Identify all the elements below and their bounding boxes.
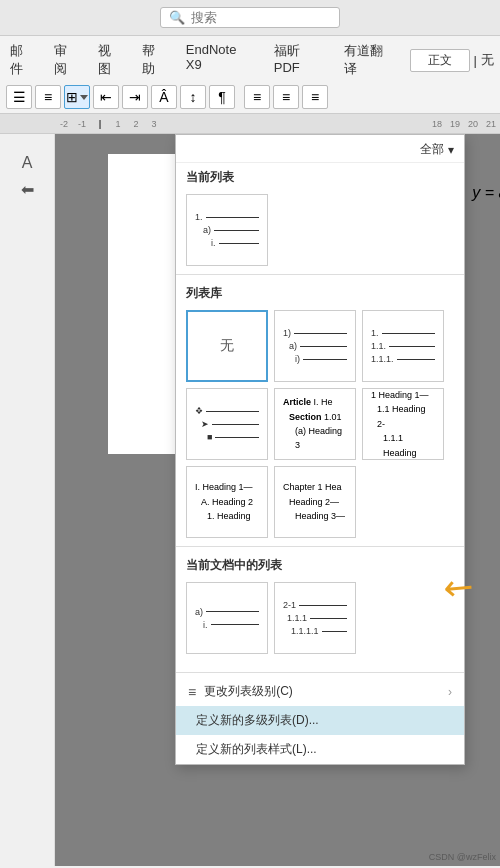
ruler: -2 -1 | 1 2 3 18 19 20 21	[0, 114, 500, 134]
sort-icon: ↕	[190, 89, 197, 105]
library-item-none[interactable]: 无	[186, 310, 268, 382]
current-doc-item-1[interactable]: a) i.	[186, 582, 268, 654]
chapter-line2: Heading 2—	[283, 495, 345, 509]
define-new-list-style-label: 定义新的列表样式(L)...	[196, 741, 317, 758]
ruler-mark: 1	[109, 119, 127, 129]
heading-num-line1: 1 Heading 1—	[371, 388, 435, 402]
list-ordered-icon: ≡	[44, 89, 52, 105]
library-item-numbered2[interactable]: 1. 1.1. 1.1.1.	[362, 310, 444, 382]
ruler-mark: 2	[127, 119, 145, 129]
ribbon-tools-row: ☰ ≡ ⊞ ⇤ ⇥ Â ↕ ¶	[6, 85, 494, 109]
outline1-line1: I. Heading 1—	[195, 480, 253, 494]
article-line2: Section 1.01	[283, 410, 347, 424]
article-line1: Article I. He	[283, 395, 347, 409]
align-right-button[interactable]: ≡	[302, 85, 328, 109]
ruler-mark: 19	[446, 119, 464, 129]
chapter-line3: Heading 3—	[283, 509, 345, 523]
library-item-chapter[interactable]: Chapter 1 Hea Heading 2— Heading 3—	[274, 466, 356, 538]
align-center-button[interactable]: ≡	[273, 85, 299, 109]
list-line-1: 1.	[195, 212, 259, 222]
show-formatting-button[interactable]: ¶	[209, 85, 235, 109]
indent-decrease-button[interactable]: ⇤	[93, 85, 119, 109]
current-list-item[interactable]: 1. a) i.	[186, 194, 268, 266]
section-divider	[176, 274, 464, 275]
main-area: A ⬅ y = a 全部 ▾ 当前列表	[0, 134, 500, 866]
list-library-section-label: 列表库	[176, 279, 464, 306]
tab-foxitpdf[interactable]: 福昕PDF	[270, 40, 330, 80]
watermark: CSDN @wzFelix	[429, 852, 496, 862]
none-label: 无	[220, 337, 234, 355]
ruler-mark: 18	[428, 119, 446, 129]
panel-header: 全部 ▾	[176, 135, 464, 163]
current-doc-item-2[interactable]: 2-1 1.1.1 1.1.1.1	[274, 582, 356, 654]
ribbon-right: 正文 | 无	[410, 40, 494, 80]
ruler-mark: 3	[145, 119, 163, 129]
sidebar-text-icon[interactable]: A	[22, 154, 33, 172]
indent-decrease-icon: ⇤	[100, 89, 112, 105]
chapter-line1: Chapter 1 Hea	[283, 480, 345, 494]
align-left-button[interactable]: ≡	[244, 85, 270, 109]
current-doc-section-label: 当前文档中的列表	[176, 551, 464, 578]
left-sidebar: A ⬅	[0, 134, 55, 866]
define-new-multilevel-menu[interactable]: 定义新的多级列表(D)...	[176, 706, 464, 735]
multilevel-list-icon: ⊞	[66, 89, 78, 105]
library-item-article[interactable]: Article I. He Section 1.01 (a) Heading 3	[274, 388, 356, 460]
library-grid: 无 1) a) i)	[176, 306, 464, 542]
change-list-level-label: 更改列表级别(C)	[204, 683, 293, 700]
tab-youdao[interactable]: 有道翻译	[340, 40, 400, 80]
ribbon-tabs: 邮件 审阅 视图 帮助 EndNote X9 福昕PDF 有道翻译 正文 | 无	[6, 40, 494, 82]
define-new-list-style-menu[interactable]: 定义新的列表样式(L)...	[176, 735, 464, 764]
heading-num-line3: 1.1.1 Heading	[371, 431, 435, 460]
list-line-2: a)	[195, 225, 259, 235]
show-formatting-icon: ¶	[218, 89, 226, 105]
filter-selector[interactable]: 全部 ▾	[420, 141, 454, 158]
current-list-section-label: 当前列表	[176, 163, 464, 190]
multilevel-dropdown-arrow	[80, 95, 88, 100]
ruler-mark: 21	[482, 119, 500, 129]
tab-view[interactable]: 视图	[94, 40, 128, 80]
tab-help[interactable]: 帮助	[138, 40, 172, 80]
search-bar: 🔍	[0, 0, 500, 36]
outline1-line3: 1. Heading	[195, 509, 253, 523]
search-input-wrapper[interactable]: 🔍	[160, 7, 340, 28]
library-item-outline1[interactable]: I. Heading 1— A. Heading 2 1. Heading	[186, 466, 268, 538]
indent-increase-button[interactable]: ⇥	[122, 85, 148, 109]
align-left-icon: ≡	[253, 89, 261, 105]
list-line-3: i.	[195, 238, 259, 248]
heading-num-line2: 1.1 Heading 2-	[371, 402, 435, 431]
change-list-level-icon: ≡	[188, 684, 196, 700]
format-text-icon: Â	[159, 89, 168, 105]
ruler-mark: -2	[55, 119, 73, 129]
ruler-mark: 20	[464, 119, 482, 129]
current-doc-grid: a) i. 2-1 1.1.1	[176, 578, 464, 658]
ruler-mark: |	[91, 119, 109, 129]
list-ordered-button[interactable]: ≡	[35, 85, 61, 109]
search-input[interactable]	[191, 10, 321, 25]
change-list-level-menu[interactable]: ≡ 更改列表级别(C) ›	[176, 677, 464, 706]
sidebar-nav-icon[interactable]: ⬅	[21, 180, 34, 199]
menu-divider	[176, 672, 464, 673]
define-new-multilevel-label: 定义新的多级列表(D)...	[196, 712, 319, 729]
sort-button[interactable]: ↕	[180, 85, 206, 109]
style-divider: |	[474, 53, 477, 68]
current-list-grid: 1. a) i.	[176, 190, 464, 270]
format-text-button[interactable]: Â	[151, 85, 177, 109]
tab-mail[interactable]: 邮件	[6, 40, 40, 80]
outline1-line2: A. Heading 2	[195, 495, 253, 509]
library-item-symbols[interactable]: ❖ ➤ ■	[186, 388, 268, 460]
style-selector[interactable]: 正文	[410, 49, 470, 72]
filter-dropdown-icon: ▾	[448, 143, 454, 157]
library-item-heading-num[interactable]: 1 Heading 1— 1.1 Heading 2- 1.1.1 Headin…	[362, 388, 444, 460]
no-style-label: 无	[481, 51, 494, 69]
search-icon: 🔍	[169, 10, 185, 25]
list-unordered-button[interactable]: ☰	[6, 85, 32, 109]
multilevel-list-button[interactable]: ⊞	[64, 85, 90, 109]
change-list-level-arrow: ›	[448, 685, 452, 699]
indent-increase-icon: ⇥	[129, 89, 141, 105]
align-center-icon: ≡	[282, 89, 290, 105]
math-formula: y = a	[472, 184, 500, 202]
ribbon: 邮件 审阅 视图 帮助 EndNote X9 福昕PDF 有道翻译 正文 | 无…	[0, 36, 500, 114]
library-item-numbered1[interactable]: 1) a) i)	[274, 310, 356, 382]
tab-review[interactable]: 审阅	[50, 40, 84, 80]
tab-endnote[interactable]: EndNote X9	[182, 40, 260, 80]
